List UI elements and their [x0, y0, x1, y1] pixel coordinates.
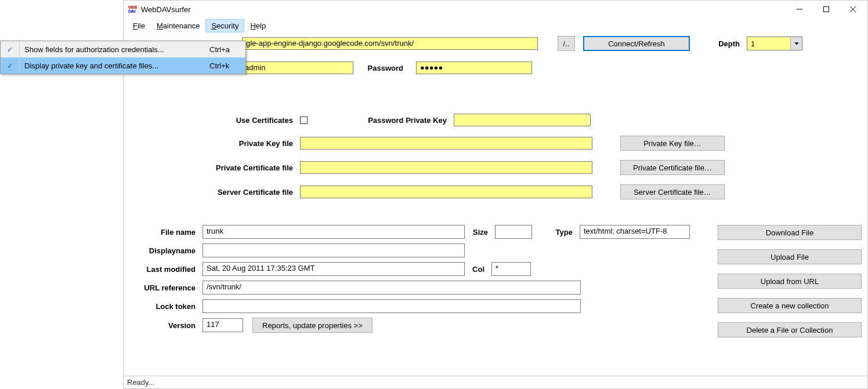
- version-input[interactable]: 117: [202, 318, 243, 332]
- server-certificate-file-label: Server Certificate file: [127, 188, 300, 197]
- create-collection-button[interactable]: Create a new collection: [718, 298, 862, 313]
- chevron-down-icon: [790, 37, 802, 50]
- menu-item-label: Display private key and certificate file…: [20, 61, 209, 70]
- depth-value: 1: [747, 39, 790, 48]
- url-reference-input[interactable]: /svn/trunk/: [202, 281, 581, 295]
- url-input[interactable]: gle-app-engine-django.googlecode.com/svn…: [242, 37, 538, 50]
- menu-item-shortcut: Ctrl+k: [209, 61, 245, 70]
- use-certificates-label: Use Certificates: [127, 116, 300, 125]
- app-title: WebDAVsurfer: [141, 5, 786, 14]
- check-icon: ✓: [1, 45, 19, 54]
- delete-file-button[interactable]: Delete a File or Collection: [718, 322, 862, 337]
- menu-help[interactable]: Help: [244, 19, 272, 32]
- menubar: File Maintenance Security Help: [124, 18, 867, 34]
- titlebar: WEB DAV WebDAVsurfer: [124, 1, 867, 18]
- type-label: Type: [552, 228, 580, 237]
- userid-input[interactable]: admin: [241, 61, 353, 74]
- upload-file-button[interactable]: Upload File: [718, 249, 862, 264]
- connect-refresh-button[interactable]: Connect/Refresh: [583, 36, 690, 51]
- server-certificate-file-button[interactable]: Server Certificate file…: [620, 184, 725, 199]
- private-certificate-file-button[interactable]: Private Certificate file…: [620, 160, 725, 175]
- menu-security[interactable]: Security: [205, 19, 244, 32]
- version-label: Version: [127, 321, 202, 330]
- menu-file[interactable]: File: [127, 19, 151, 32]
- displayname-input[interactable]: [202, 243, 465, 257]
- size-label: Size: [471, 228, 495, 237]
- displayname-label: Displayname: [127, 246, 202, 255]
- lock-token-label: Lock token: [127, 302, 202, 311]
- upload-from-url-button[interactable]: Upload from URL: [718, 274, 862, 289]
- private-key-file-input[interactable]: [300, 137, 592, 150]
- lock-token-input[interactable]: [202, 299, 581, 313]
- file-name-label: File name: [127, 228, 202, 237]
- url-reference-label: URL reference: [127, 283, 202, 292]
- statusbar: Ready...: [124, 376, 867, 388]
- file-name-input[interactable]: trunk: [202, 225, 465, 239]
- col-input[interactable]: *: [491, 262, 531, 276]
- password-label: Password: [361, 64, 410, 72]
- reports-button[interactable]: Reports, update properties >>: [252, 318, 372, 333]
- col-label: Col: [471, 265, 491, 274]
- minimize-button[interactable]: [786, 1, 813, 18]
- password-private-key-label: Password Private Key: [339, 116, 454, 125]
- use-certificates-checkbox[interactable]: [300, 117, 308, 124]
- svg-rect-1: [824, 7, 829, 12]
- maximize-button[interactable]: [813, 1, 840, 18]
- depth-label: Depth: [711, 39, 747, 48]
- up-button[interactable]: /..: [558, 36, 575, 51]
- menu-item-shortcut: Ctrl+a: [209, 45, 245, 54]
- last-modified-label: Last modified: [127, 265, 202, 274]
- check-icon: ✓: [1, 61, 19, 70]
- last-modified-input[interactable]: Sat, 20 Aug 2011 17:35:23 GMT: [202, 262, 465, 276]
- type-input[interactable]: text/html; charset=UTF-8: [580, 225, 690, 239]
- private-key-file-button[interactable]: Private Key file…: [620, 136, 725, 151]
- password-input[interactable]: ●●●●●: [416, 61, 532, 74]
- security-dropdown: ✓ Show fields for authorization credenti…: [0, 41, 246, 74]
- private-certificate-file-label: Private Certificate file: [127, 163, 300, 172]
- app-icon: WEB DAV: [128, 5, 138, 14]
- depth-select[interactable]: 1: [747, 37, 802, 50]
- server-certificate-file-input[interactable]: [300, 186, 592, 198]
- status-text: Ready...: [127, 378, 154, 387]
- menu-maintenance[interactable]: Maintenance: [151, 19, 205, 32]
- private-certificate-file-input[interactable]: [300, 161, 592, 174]
- menu-item-display-key-cert-files[interactable]: ✓ Display private key and certificate fi…: [1, 57, 245, 74]
- size-input[interactable]: [495, 225, 532, 239]
- download-file-button[interactable]: Download File: [718, 225, 862, 240]
- menu-item-show-auth-fields[interactable]: ✓ Show fields for authorization credenti…: [1, 41, 245, 57]
- password-private-key-input[interactable]: [454, 114, 591, 126]
- private-key-file-label: Private Key file: [127, 139, 300, 148]
- menu-item-label: Show fields for authorization credential…: [20, 45, 209, 54]
- close-button[interactable]: [840, 1, 866, 18]
